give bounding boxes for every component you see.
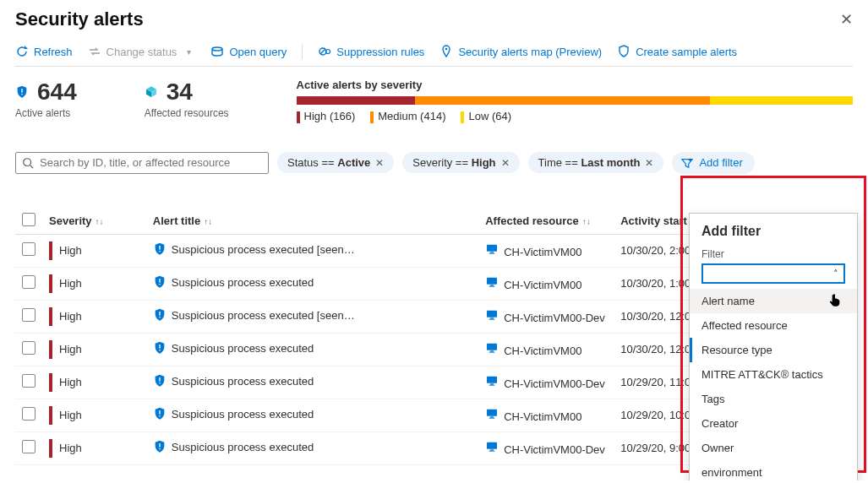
monitor-icon [485,341,499,355]
affected-resource-text: CH-VictimVM00-Dev [504,312,605,324]
svg-rect-38 [159,377,160,382]
page-title: Security alerts [15,8,144,30]
create-samples-button[interactable]: Create sample alerts [617,45,737,58]
select-all-checkbox[interactable] [22,213,35,226]
filter-bar: Status == Active ✕Severity == High ✕Time… [15,144,853,174]
severity-text: High [59,277,82,290]
filter-option[interactable]: Tags [690,387,857,411]
filter-option[interactable]: environment [690,460,857,480]
row-checkbox[interactable] [22,341,35,355]
severity-text: High [59,310,82,323]
svg-rect-40 [487,377,497,383]
toolbar-separator [302,44,303,59]
summary-row: 644 Active alerts 34 Affected resources … [15,67,853,144]
col-alert-title[interactable]: Alert title↑↓ [146,208,478,235]
change-status-icon [88,45,101,58]
svg-rect-25 [159,317,160,317]
alert-shield-icon [153,407,167,421]
filter-pill[interactable]: Time == Last month ✕ [528,152,664,173]
search-input[interactable] [40,156,263,169]
filter-pill-text: Time == Last month [538,156,641,169]
suppression-rules-button[interactable]: Suppression rules [318,45,424,58]
svg-rect-49 [489,418,495,419]
remove-filter-icon[interactable]: ✕ [501,157,510,169]
filter-pill[interactable]: Status == Active ✕ [277,152,394,173]
severity-block: Active alerts by severity High (166) Med… [297,79,853,123]
change-status-button: Change status ▾ [88,45,196,58]
filter-option[interactable]: MITRE ATT&CK® tactics [690,362,857,387]
open-query-icon [210,45,224,58]
col-affected[interactable]: Affected resource↑↓ [478,208,614,235]
affected-resource-text: CH-VictimVM00 [504,279,581,291]
svg-rect-55 [490,449,494,450]
affected-resource-text: CH-VictimVM00-Dev [504,377,605,390]
svg-rect-24 [159,312,160,316]
svg-rect-21 [489,286,495,287]
svg-rect-47 [487,410,497,416]
svg-rect-28 [489,319,495,320]
severity-text: High [59,343,82,355]
close-icon[interactable]: ✕ [840,10,853,29]
svg-rect-11 [159,251,160,252]
svg-rect-48 [490,416,494,417]
severity-bar [297,96,853,105]
sort-icon: ↑↓ [582,217,591,226]
popup-title: Add filter [701,224,845,239]
svg-rect-18 [159,284,160,285]
severity-text: High [59,244,82,257]
alert-title-text: Suspicious process executed [seen … [172,243,358,256]
open-query-button[interactable]: Open query [210,45,287,58]
severity-indicator [49,406,52,425]
row-checkbox[interactable] [22,275,35,289]
svg-point-6 [24,158,31,166]
row-checkbox[interactable] [22,440,35,453]
alerts-map-button[interactable]: Security alerts map (Preview) [439,45,602,58]
filter-option[interactable]: Creator [690,411,857,436]
svg-rect-10 [159,246,160,250]
filter-pill[interactable]: Severity == High ✕ [402,152,519,173]
monitor-icon [485,275,499,289]
toolbar: Refresh Change status ▾ Open query Suppr… [15,35,853,67]
remove-filter-icon[interactable]: ✕ [645,157,653,169]
svg-rect-41 [490,383,494,384]
severity-indicator [49,373,52,392]
remove-filter-icon[interactable]: ✕ [375,157,384,169]
svg-rect-35 [489,352,495,353]
filter-dropdown[interactable]: ˄ [701,263,845,284]
severity-low-legend: Low (64) [461,110,511,123]
affected-resource-text: CH-VictimVM00-Dev [504,443,605,456]
filter-option[interactable]: Owner [690,436,857,460]
sort-icon: ↑↓ [204,217,212,226]
alert-title-text: Suspicious process executed [172,441,314,453]
open-query-label: Open query [229,46,287,58]
alert-shield-icon [153,341,167,355]
svg-line-7 [30,165,34,168]
search-input-wrap[interactable] [15,152,269,174]
cube-icon [145,85,158,99]
alert-shield-icon [153,440,167,453]
monitor-icon [485,242,499,256]
svg-rect-27 [490,317,494,318]
alert-shield-icon [153,275,167,289]
row-checkbox[interactable] [22,407,35,421]
filter-option[interactable]: Resource type [690,338,857,362]
col-severity[interactable]: Severity↑↓ [42,208,146,235]
refresh-button[interactable]: Refresh [15,45,73,58]
add-filter-button[interactable]: Add filter [672,152,754,174]
map-pin-icon [439,45,453,58]
svg-rect-12 [487,245,497,252]
row-checkbox[interactable] [22,374,35,388]
svg-rect-26 [487,311,497,317]
severity-indicator [49,439,52,458]
filter-option[interactable]: Alert name↖ [690,289,857,313]
alert-shield-icon [153,374,167,388]
alert-title-text: Suspicious process executed [172,342,314,355]
row-checkbox[interactable] [22,242,35,256]
search-icon [21,156,35,170]
filter-option[interactable]: Affected resource [690,313,857,338]
active-label: Active alerts [15,107,77,119]
row-checkbox[interactable] [22,308,35,322]
popup-field-label: Filter [701,248,724,260]
sort-icon: ↑↓ [96,217,104,226]
svg-line-1 [320,49,325,54]
